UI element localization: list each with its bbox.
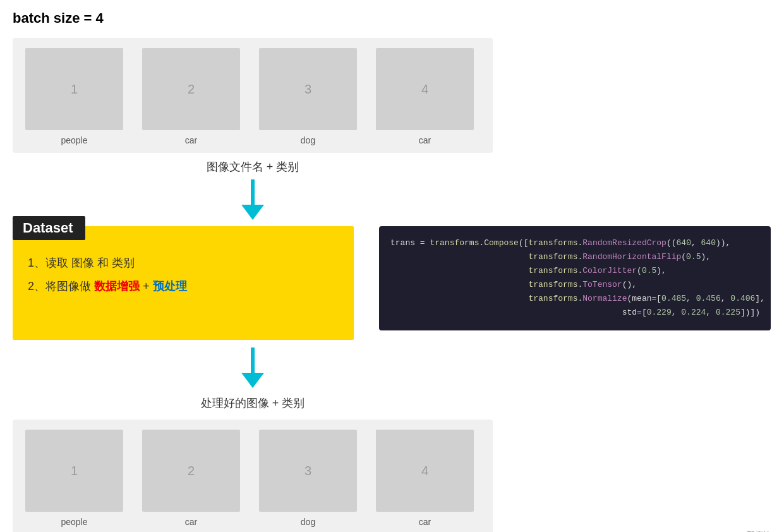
image-label: people [61, 517, 87, 527]
top-image-item: 2 car [142, 48, 240, 145]
flow-text-1: 图像文件名 + 类别 [207, 159, 299, 174]
image-label: car [419, 517, 431, 527]
code-block: trans = transforms.Compose([transforms.R… [379, 226, 771, 330]
bottom-image-item: 2 car [142, 430, 240, 527]
code-line-2: transforms.RandomHorizontalFlip(0.5), [390, 250, 759, 264]
image-number: 4 [421, 464, 428, 478]
page-container: batch size = 4 1 people 2 car 3 dog 4 ca… [0, 0, 784, 532]
top-image-item: 4 car [376, 48, 474, 145]
image-label: dog [301, 135, 315, 145]
code-line-5: transforms.Normalize(mean=[0.485, 0.456,… [390, 292, 759, 306]
image-label: car [185, 135, 197, 145]
watermark: CSDN @郭庆汝 [713, 529, 771, 532]
arrow-shaft-1 [251, 179, 255, 205]
image-label: car [185, 517, 197, 527]
code-line-4: transforms.ToTensor(), [390, 278, 759, 292]
dataset-label: Dataset [13, 216, 85, 240]
batch-title: batch size = 4 [13, 10, 771, 27]
bottom-image-item: 1 people [25, 430, 123, 527]
bottom-image-grid: 1 people 2 car 3 dog 4 car [13, 420, 493, 532]
top-image-grid: 1 people 2 car 3 dog 4 car [13, 38, 493, 153]
image-box: 4 [376, 48, 474, 130]
image-box: 1 [25, 430, 123, 512]
dataset-line-1: 1、读取 图像 和 类别 [28, 254, 339, 272]
highlight-preprocess: 预处理 [153, 280, 187, 293]
image-label: car [419, 135, 431, 145]
top-image-item: 1 people [25, 48, 123, 145]
arrow-head-2 [241, 373, 264, 388]
image-number: 1 [71, 464, 78, 478]
highlight-augment: 数据增强 [94, 280, 140, 293]
image-box: 4 [376, 430, 474, 512]
code-line-1: trans = transforms.Compose([transforms.R… [390, 236, 759, 250]
code-line-6: std=[0.229, 0.224, 0.225])]) [390, 306, 759, 320]
bottom-image-item: 3 dog [259, 430, 357, 527]
image-box: 3 [259, 430, 357, 512]
image-box: 3 [259, 48, 357, 130]
image-number: 3 [305, 464, 311, 478]
image-box: 2 [142, 48, 240, 130]
image-number: 1 [71, 82, 78, 97]
image-number: 4 [421, 82, 428, 97]
code-line-3: transforms.ColorJitter(0.5), [390, 264, 759, 278]
processed-text: 处理好的图像 + 类别 [13, 396, 493, 411]
dataset-line-2: 2、将图像做 数据增强 + 预处理 [28, 277, 339, 296]
arrow-shaft-2 [251, 348, 255, 373]
dataset-section: Dataset 1、读取 图像 和 类别 2、将图像做 数据增强 + 预处理 t… [13, 226, 771, 340]
arrow-head-1 [241, 205, 264, 220]
image-label: dog [301, 517, 315, 527]
dataset-content: 1、读取 图像 和 类别 2、将图像做 数据增强 + 预处理 [28, 254, 339, 296]
bottom-image-item: 4 car [376, 430, 474, 527]
image-box: 2 [142, 430, 240, 512]
image-number: 3 [305, 82, 311, 97]
image-number: 2 [188, 82, 195, 97]
flow-step-1: 图像文件名 + 类别 [13, 159, 493, 220]
top-image-item: 3 dog [259, 48, 357, 145]
mid-arrow [13, 348, 493, 388]
image-label: people [61, 135, 87, 145]
image-box: 1 [25, 48, 123, 130]
dataset-box: Dataset 1、读取 图像 和 类别 2、将图像做 数据增强 + 预处理 [13, 226, 354, 340]
image-number: 2 [188, 464, 195, 478]
